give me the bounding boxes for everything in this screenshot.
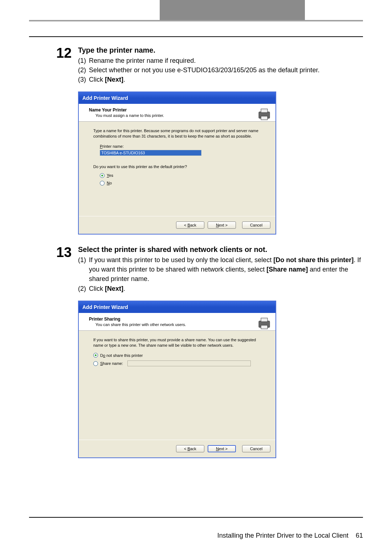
wizard-subheading: You can share this printer with other ne… (89, 322, 265, 327)
next-button[interactable]: Next > (208, 445, 236, 452)
wizard-subheading: You must assign a name to this printer. (89, 113, 265, 118)
radio-label: Yes (107, 173, 113, 178)
step-title: Type the printer name. (78, 46, 363, 54)
radio-share-name[interactable]: Share name: (93, 360, 261, 366)
step-list: (1)If you want this printer to be used b… (78, 255, 363, 293)
radio-yes[interactable]: Yes (100, 173, 261, 178)
wizard-body: If you want to share this printer, you m… (79, 331, 275, 440)
printer-name-label: Printer name: (100, 144, 124, 148)
radio-label: Do not share this printer (100, 353, 143, 358)
printer-name-input[interactable]: TOSHIBA e-STUDIO163 (100, 150, 201, 156)
item-num: (2) (78, 284, 89, 293)
radio-icon (100, 181, 105, 186)
wizard-buttons: < Back Next > Cancel (79, 440, 275, 457)
wizard-name-printer: Add Printer Wizard Name Your Printer You… (78, 91, 276, 235)
body-text: If you want to share this printer, you m… (93, 337, 261, 348)
radio-label: Share name: (100, 361, 123, 366)
wizard-heading: Name Your Printer (89, 107, 265, 113)
default-q: Do you want to use this printer as the d… (93, 164, 261, 169)
svg-rect-2 (261, 116, 268, 120)
step-number: 12 (56, 46, 78, 84)
item-num: (1) (78, 56, 89, 65)
page-content: 12 Type the printer name. (1)Rename the … (29, 36, 363, 518)
cancel-button[interactable]: Cancel (242, 445, 270, 452)
radio-no[interactable]: No (100, 181, 261, 186)
printer-icon (257, 107, 272, 122)
printer-icon (257, 316, 272, 331)
svg-rect-4 (261, 318, 268, 322)
step-list: (1)Rename the printer name if required. … (78, 56, 363, 84)
svg-rect-1 (261, 109, 268, 113)
back-button[interactable]: < Back (176, 445, 204, 452)
radio-icon (93, 353, 98, 358)
wizard-titlebar: Add Printer Wizard (79, 92, 275, 104)
item-text: Click [Next]. (89, 284, 125, 293)
item-text: If you want this printer to be used by o… (89, 255, 363, 284)
item-num: (3) (78, 75, 89, 84)
header-tab (160, 0, 305, 20)
item-text: Select whether or not you use e-STUDIO16… (89, 65, 319, 75)
step-title: Select the printer is shared with networ… (78, 245, 363, 254)
radio-do-not-share[interactable]: Do not share this printer (93, 353, 261, 358)
wizard-buttons: < Back Next > Cancel (79, 216, 275, 234)
wizard-heading: Printer Sharing (89, 317, 265, 322)
wizard-header: Printer Sharing You can share this print… (79, 313, 275, 331)
body-text: Type a name for this printer. Because so… (93, 128, 261, 139)
header-rule (29, 20, 363, 21)
radio-icon (93, 361, 98, 366)
radio-icon (100, 173, 105, 178)
cancel-button[interactable]: Cancel (242, 221, 270, 229)
share-name-input (127, 360, 251, 366)
wizard-titlebar: Add Printer Wizard (79, 301, 275, 313)
wizard-header: Name Your Printer You must assign a name… (79, 104, 275, 122)
item-num: (1) (78, 255, 89, 284)
step-12: 12 Type the printer name. (1)Rename the … (29, 46, 363, 84)
page-footer: Installing the Printer Driver to the Loc… (217, 532, 363, 539)
wizard-body: Type a name for this printer. Because so… (79, 122, 275, 216)
wizard-printer-sharing: Add Printer Wizard Printer Sharing You c… (78, 301, 276, 458)
radio-label: No (107, 181, 112, 185)
step-13: 13 Select the printer is shared with net… (29, 245, 363, 293)
item-text: Click [Next]. (89, 75, 125, 84)
step-number: 13 (56, 245, 78, 293)
back-button[interactable]: < Back (176, 221, 204, 229)
item-text: Rename the printer name if required. (89, 56, 196, 65)
item-num: (2) (78, 65, 89, 75)
next-button[interactable]: Next > (208, 221, 236, 229)
svg-rect-5 (261, 325, 268, 329)
